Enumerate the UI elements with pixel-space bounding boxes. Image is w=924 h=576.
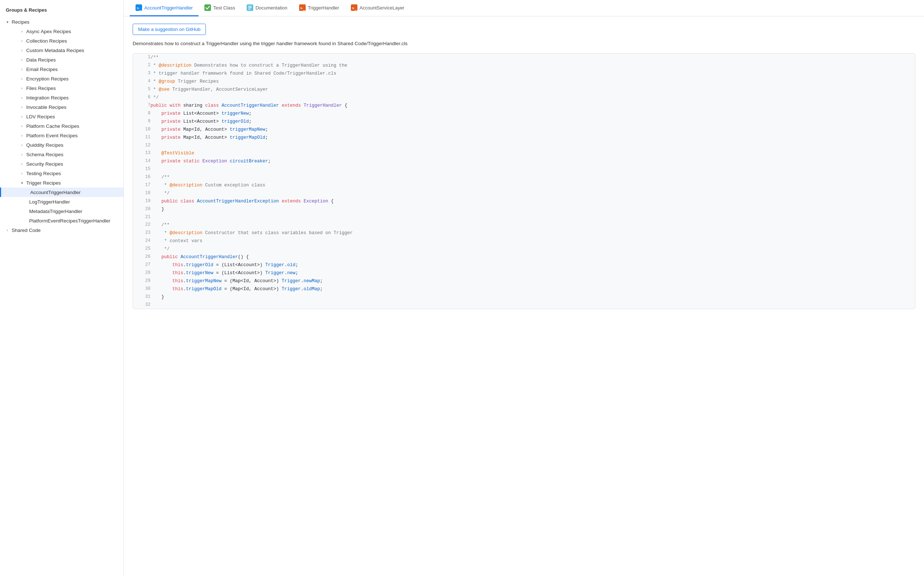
sidebar-item-data[interactable]: › Data Recipes — [0, 55, 124, 64]
sidebar: Groups & Recipes ▾ Recipes › Async Apex … — [0, 0, 124, 576]
sidebar-item-email[interactable]: › Email Recipes — [0, 64, 124, 74]
table-row: 25 */ — [133, 245, 915, 253]
table-row: 11 private Map<Id, Account> triggerMapOl… — [133, 134, 915, 142]
chevron-right-icon: › — [19, 47, 25, 53]
sidebar-item-schema[interactable]: › Schema Recipes — [0, 150, 124, 159]
table-row: 21 — [133, 213, 915, 221]
table-row: 22 /** — [133, 221, 915, 229]
table-row: 23 * @description Constructor that sets … — [133, 229, 915, 237]
sidebar-item-trigger-recipes[interactable]: ▾ Trigger Recipes — [0, 178, 124, 187]
tab-account-service-layer[interactable]: >_ AccountServiceLayer — [345, 0, 410, 16]
apex2-icon: >_ — [299, 4, 306, 11]
svg-text:>_: >_ — [352, 6, 357, 11]
table-row: 4 * @group Trigger Recipes — [133, 78, 915, 86]
sidebar-item-recipes[interactable]: ▾ Recipes — [0, 17, 124, 27]
tab-label-trigger-handler: TriggerHandler — [308, 5, 339, 11]
tab-bar: >_ AccountTriggerHandler Test Class — [124, 0, 924, 16]
table-row: 1 /** — [133, 53, 915, 62]
table-row: 13 @TestVisible — [133, 149, 915, 157]
sidebar-item-security[interactable]: › Security Recipes — [0, 159, 124, 169]
chevron-right-icon: › — [19, 170, 25, 176]
content-description: Demonstrates how to construct a TriggerH… — [133, 40, 915, 47]
spacer — [23, 189, 29, 195]
svg-rect-2 — [204, 4, 211, 11]
sidebar-item-account-trigger-handler[interactable]: AccountTriggerHandler — [0, 187, 124, 197]
check-icon — [204, 4, 211, 11]
chevron-down-icon: ▾ — [19, 180, 25, 186]
table-row: 15 — [133, 165, 915, 173]
sidebar-item-log-trigger-handler[interactable]: LogTriggerHandler — [0, 197, 124, 206]
chevron-right-icon: › — [19, 57, 25, 62]
spacer — [22, 199, 28, 205]
table-row: 20 } — [133, 205, 915, 213]
sidebar-item-custom-metadata[interactable]: › Custom Metadata Recipes — [0, 45, 124, 55]
sidebar-item-metadata-trigger-handler[interactable]: MetadataTriggerHandler — [0, 206, 124, 216]
table-row: 29 this.triggerMapNew = (Map<Id, Account… — [133, 277, 915, 285]
code-block: 1 /** 2 * @description Demonstrates how … — [133, 53, 915, 309]
table-row: 8 private List<Account> triggerNew; — [133, 110, 915, 118]
sidebar-item-ldv[interactable]: › LDV Recipes — [0, 112, 124, 121]
table-row: 7 public with sharing class AccountTrigg… — [133, 102, 915, 110]
tab-trigger-handler[interactable]: >_ TriggerHandler — [293, 0, 345, 16]
sidebar-item-integration[interactable]: › Integration Recipes — [0, 93, 124, 102]
apex-icon: >_ — [136, 4, 142, 11]
chevron-right-icon: › — [19, 66, 25, 72]
chevron-right-icon: › — [19, 142, 25, 148]
content-area: Make a suggestion on GitHub Demonstrates… — [124, 16, 924, 576]
tab-label-account-trigger-handler: AccountTriggerHandler — [144, 5, 193, 11]
sidebar-item-quiddity[interactable]: › Quiddity Recipes — [0, 140, 124, 150]
chevron-right-icon: › — [19, 161, 25, 167]
github-suggestion-button[interactable]: Make a suggestion on GitHub — [133, 24, 206, 35]
chevron-right-icon: › — [19, 104, 25, 110]
chevron-right-icon: › — [19, 152, 25, 157]
table-row: 6 */ — [133, 94, 915, 102]
chevron-right-icon: › — [19, 29, 25, 34]
sidebar-item-collection[interactable]: › Collection Recipes — [0, 36, 124, 45]
code-table: 1 /** 2 * @description Demonstrates how … — [133, 53, 915, 309]
apex3-icon: >_ — [351, 4, 358, 11]
chevron-right-icon: › — [19, 94, 25, 101]
sidebar-item-platform-cache[interactable]: › Platform Cache Recipes — [0, 121, 124, 131]
doc-icon — [247, 4, 253, 11]
table-row: 24 * context vars — [133, 237, 915, 245]
table-row: 12 — [133, 142, 915, 149]
chevron-right-icon: › — [19, 38, 25, 44]
table-row: 19 public class AccountTriggerHandlerExc… — [133, 197, 915, 205]
table-row: 27 this.triggerOld = (List<Account>) Tri… — [133, 261, 915, 269]
sidebar-item-invocable[interactable]: › Invocable Recipes — [0, 102, 124, 112]
tab-test-class[interactable]: Test Class — [199, 0, 241, 16]
table-row: 3 * trigger handler framework found in S… — [133, 70, 915, 78]
table-row: 14 private static Exception circuitBreak… — [133, 157, 915, 165]
chevron-right-icon: › — [19, 133, 25, 138]
table-row: 31 } — [133, 293, 915, 301]
table-row: 17 * @description Custom exception class — [133, 181, 915, 189]
sidebar-item-files[interactable]: › Files Recipes — [0, 83, 124, 93]
sidebar-item-shared-code[interactable]: › Shared Code — [0, 226, 124, 235]
svg-text:>_: >_ — [300, 6, 305, 11]
main-panel: >_ AccountTriggerHandler Test Class — [124, 0, 924, 576]
chevron-right-icon: › — [19, 123, 25, 129]
svg-rect-5 — [248, 7, 252, 8]
chevron-right-icon: › — [19, 85, 25, 91]
sidebar-header: Groups & Recipes — [0, 4, 124, 17]
table-row: 28 this.triggerNew = (List<Account>) Tri… — [133, 269, 915, 277]
svg-text:>_: >_ — [136, 6, 142, 11]
sidebar-item-platform-event[interactable]: › Platform Event Recipes — [0, 131, 124, 140]
table-row: 9 private List<Account> triggerOld; — [133, 118, 915, 126]
sidebar-item-encryption[interactable]: › Encryption Recipes — [0, 74, 124, 83]
tab-account-trigger-handler[interactable]: >_ AccountTriggerHandler — [130, 0, 199, 16]
chevron-right-icon: › — [19, 76, 25, 82]
tab-documentation[interactable]: Documentation — [241, 0, 293, 16]
chevron-right-icon: › — [4, 227, 10, 233]
spacer — [22, 218, 28, 224]
svg-rect-4 — [248, 6, 252, 6]
table-row: 5 * @see TriggerHandler, AccountServiceL… — [133, 86, 915, 94]
sidebar-item-async-apex[interactable]: › Async Apex Recipes — [0, 27, 124, 36]
svg-rect-6 — [248, 9, 251, 10]
sidebar-item-testing[interactable]: › Testing Recipes — [0, 169, 124, 178]
table-row: 26 public AccountTriggerHandler() { — [133, 253, 915, 261]
sidebar-item-platform-event-trigger[interactable]: PlatformEventRecipesTriggerHandler — [0, 216, 124, 226]
table-row: 10 private Map<Id, Account> triggerMapNe… — [133, 126, 915, 134]
table-row: 2 * @description Demonstrates how to con… — [133, 62, 915, 70]
table-row: 18 */ — [133, 189, 915, 197]
